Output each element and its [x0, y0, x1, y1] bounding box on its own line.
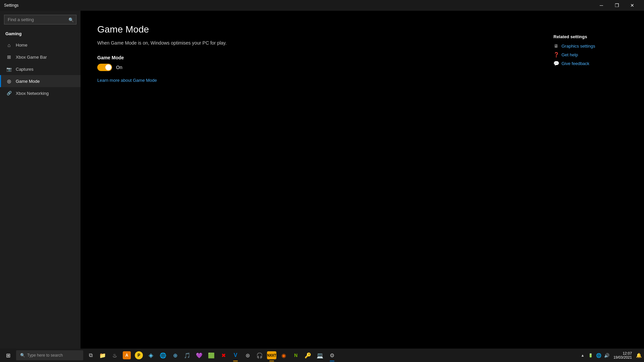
toggle-state-label: On	[116, 65, 122, 70]
taskbar-clock[interactable]: 12:07 19/03/2021	[611, 349, 635, 362]
app-13-icon: 💻	[317, 352, 323, 359]
search-container: 🔍	[4, 15, 76, 24]
tray-expand-button[interactable]: ▲	[579, 349, 587, 362]
app-4-icon: ⊕	[173, 352, 177, 359]
task-view-icon: ⧉	[89, 352, 93, 358]
sidebar-item-captures[interactable]: 📷 Captures	[0, 63, 80, 75]
start-icon: ⊞	[6, 352, 10, 359]
get-help-link[interactable]: ❓ Get help	[553, 52, 627, 57]
task-view-button[interactable]: ⧉	[85, 349, 97, 362]
taskbar-app-12[interactable]: 🔑	[302, 349, 314, 362]
clock-date: 19/03/2021	[613, 355, 632, 359]
learn-more-link[interactable]: Learn more about Game Mode	[97, 78, 157, 83]
app-1-icon: A	[123, 351, 131, 359]
tray-volume-icon[interactable]: 🔊	[603, 349, 611, 362]
taskbar-app-settings[interactable]: ⚙	[326, 349, 338, 362]
close-button[interactable]: ✕	[625, 0, 640, 11]
taskbar-app-7[interactable]: 🟩	[205, 349, 217, 362]
app-8-icon: ✖	[221, 352, 226, 359]
sidebar: 🔍 Gaming Home ⊞ Xbox Game Bar 📷 Captures…	[0, 11, 80, 349]
toggle-row: On	[97, 64, 627, 71]
network-icon: 🔗	[6, 90, 12, 96]
title-bar: Settings ─ ❐ ✕	[0, 0, 644, 11]
setting-label: Game Mode	[97, 55, 627, 60]
give-feedback-link[interactable]: 💬 Give feedback	[553, 61, 627, 66]
taskbar-app-nvidia[interactable]: N	[290, 349, 302, 362]
taskbar-search[interactable]: 🔍 Type here to search	[16, 350, 83, 360]
taskbar-app-9[interactable]: ⊛	[241, 349, 254, 362]
taskbar-app-steam[interactable]: ♨	[109, 349, 121, 362]
restore-button[interactable]: ❐	[609, 0, 625, 11]
steam-icon: ♨	[112, 352, 117, 359]
app-7-icon: 🟩	[208, 352, 215, 359]
system-tray: ▲ 🔋 🌐 🔊 12:07 19/03/2021 🔔	[579, 349, 643, 362]
start-button[interactable]: ⊞	[1, 349, 15, 362]
xbox-icon: ⊞	[6, 54, 12, 60]
nvidia-icon: N	[294, 353, 298, 358]
settings-icon: ⚙	[330, 352, 334, 359]
page-title: Game Mode	[97, 24, 627, 35]
taskbar-app-5[interactable]: 🎵	[181, 349, 193, 362]
graphics-settings-label: Graphics settings	[561, 44, 595, 49]
taskbar-app-8[interactable]: ✖	[217, 349, 229, 362]
sidebar-item-xbox-networking[interactable]: 🔗 Xbox Networking	[0, 87, 80, 99]
taskbar-app-10[interactable]: 🎧	[254, 349, 266, 362]
taskbar-app-vs-code[interactable]: V	[229, 349, 241, 362]
sidebar-item-label: Xbox Networking	[16, 91, 49, 96]
app-9-icon: ⊛	[246, 352, 250, 359]
content-area: Game Mode When Game Mode is on, Windows …	[80, 11, 644, 349]
taskbar-app-chrome[interactable]: 🌐	[157, 349, 169, 362]
related-settings-panel: Related settings 🖥 Graphics settings ❓ G…	[553, 34, 627, 69]
nxxt-icon: NXXT	[267, 351, 276, 359]
give-feedback-label: Give feedback	[561, 61, 589, 66]
taskbar-app-1[interactable]: A	[121, 349, 133, 362]
app-5-icon: 🎵	[184, 352, 191, 359]
feedback-icon: 💬	[553, 61, 559, 66]
chrome-icon: 🌐	[160, 352, 166, 359]
tray-battery-icon: 🔋	[587, 349, 595, 362]
taskbar-app-file-explorer[interactable]: 📁	[97, 349, 109, 362]
tray-network-icon[interactable]: 🌐	[595, 349, 603, 362]
app-2-icon: P	[135, 351, 143, 359]
get-help-label: Get help	[561, 52, 578, 57]
taskbar-app-4[interactable]: ⊕	[169, 349, 181, 362]
search-input[interactable]	[4, 15, 76, 24]
minimize-button[interactable]: ─	[594, 0, 609, 11]
sidebar-section-label: Gaming	[0, 27, 80, 39]
related-settings-title: Related settings	[553, 34, 627, 39]
app-6-icon: 💜	[196, 352, 203, 359]
taskbar: ⊞ 🔍 Type here to search ⧉ 📁 ♨ A P ◈ 🌐 ⊕ …	[0, 349, 644, 362]
taskbar-app-nxxt[interactable]: NXXT	[266, 349, 278, 362]
app-11-icon: ◉	[281, 352, 286, 359]
taskbar-search-icon: 🔍	[20, 353, 25, 358]
sidebar-item-game-mode[interactable]: ◎ Game Mode	[0, 75, 80, 87]
graphics-settings-link[interactable]: 🖥 Graphics settings	[553, 43, 627, 49]
file-explorer-icon: 📁	[99, 352, 106, 359]
taskbar-search-text: Type here to search	[27, 353, 63, 358]
window-title: Settings	[4, 3, 18, 8]
app-10-icon: 🎧	[256, 352, 263, 359]
home-icon	[6, 42, 12, 48]
app-container: 🔍 Gaming Home ⊞ Xbox Game Bar 📷 Captures…	[0, 11, 644, 349]
page-description: When Game Mode is on, Windows optimises …	[97, 40, 627, 46]
taskbar-app-11[interactable]: ◉	[278, 349, 290, 362]
taskbar-app-2[interactable]: P	[133, 349, 145, 362]
vs-code-icon: V	[234, 352, 237, 358]
sidebar-item-label: Captures	[16, 67, 34, 72]
sidebar-item-label: Home	[16, 43, 28, 48]
gamemode-icon: ◎	[6, 78, 12, 84]
taskbar-app-13[interactable]: 💻	[314, 349, 326, 362]
sidebar-item-xbox-game-bar[interactable]: ⊞ Xbox Game Bar	[0, 51, 80, 63]
taskbar-app-3[interactable]: ◈	[145, 349, 157, 362]
help-icon: ❓	[553, 52, 559, 57]
app-12-icon: 🔑	[305, 352, 311, 359]
notification-button[interactable]: 🔔	[635, 349, 643, 362]
sidebar-item-label: Xbox Game Bar	[16, 55, 47, 60]
camera-icon: 📷	[6, 66, 12, 72]
display-icon: 🖥	[553, 43, 559, 49]
taskbar-app-6[interactable]: 💜	[193, 349, 205, 362]
sidebar-item-home[interactable]: Home	[0, 39, 80, 51]
clock-time: 12:07	[623, 351, 632, 355]
game-mode-toggle[interactable]	[97, 64, 112, 71]
app-3-icon: ◈	[149, 352, 153, 359]
